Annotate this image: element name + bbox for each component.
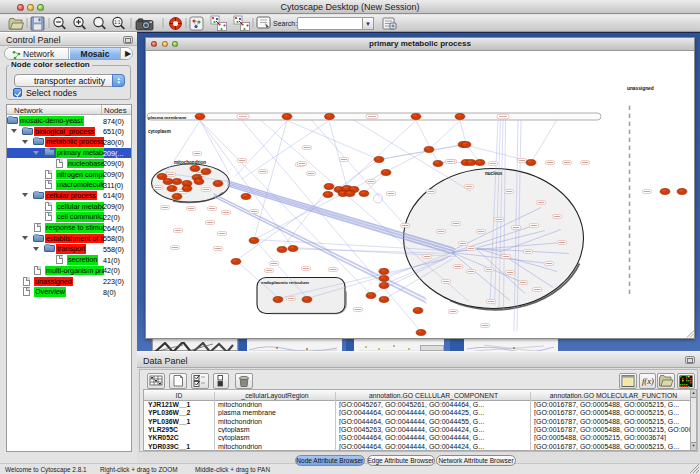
svg-text:endoplasmic reticulum: endoplasmic reticulum [261, 280, 309, 285]
svg-text:unassigned: unassigned [627, 86, 654, 91]
svg-text:f(x): f(x) [642, 376, 654, 386]
svg-text:nucleus: nucleus [485, 171, 503, 176]
svg-text:plasma membrane: plasma membrane [148, 115, 187, 120]
svg-text:1:1: 1:1 [114, 20, 121, 25]
svg-text:mitochondrion: mitochondrion [174, 160, 206, 165]
svg-text:cytoplasm: cytoplasm [148, 129, 171, 134]
